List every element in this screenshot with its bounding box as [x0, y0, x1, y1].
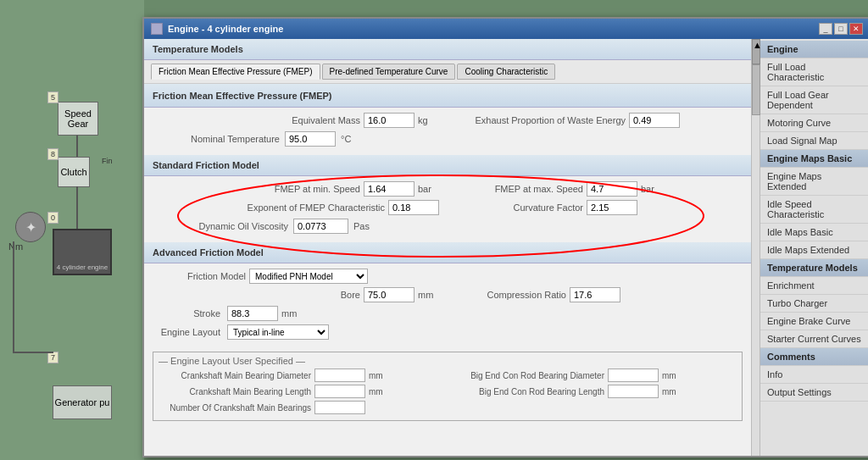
exhaust-input[interactable] [629, 113, 680, 128]
sidebar-engine-header: Engine [760, 41, 868, 58]
sidebar-output-settings[interactable]: Output Settings [760, 384, 868, 402]
line-1 [76, 136, 78, 157]
exhaust-label: Exhaust Proportion of Waste Energy [456, 115, 626, 125]
bore-unit: mm [418, 290, 439, 300]
stroke-row: Stroke mm [153, 306, 743, 321]
title-bar: Engine - 4 cylinder engine _ □ ✕ [144, 19, 868, 39]
sidebar-load-signal[interactable]: Load Signal Map [760, 132, 868, 150]
dynamic-oil-input[interactable] [293, 219, 348, 234]
exponent-input[interactable] [388, 200, 439, 215]
curvature-right: Curvature Factor [439, 200, 743, 215]
scroll-thumb-top[interactable]: ▲ [752, 39, 760, 64]
compression-label: Compression Ratio [456, 290, 566, 300]
exponent-row: Exponent of FMEP Characteristic Curvatur… [153, 200, 743, 215]
sidebar-idle-maps-basic[interactable]: Idle Maps Basic [760, 224, 868, 241]
friction-model-select[interactable]: Modified PNH Model [249, 269, 368, 284]
num-5: 5 [47, 91, 58, 103]
big-end-len-unit: mm [662, 387, 679, 396]
big-end-len-input[interactable] [608, 385, 659, 398]
curvature-input[interactable] [587, 200, 637, 215]
temperature-models-header: Temperature Models [144, 39, 751, 60]
crank-diam-label: Crankshaft Main Bearing Diameter [159, 371, 311, 380]
stroke-unit: mm [281, 308, 303, 319]
nominal-temp-unit: °C [341, 134, 362, 144]
crank-diam-unit: mm [369, 371, 386, 380]
bearing-rows: Crankshaft Main Bearing Diameter mm Cran… [159, 369, 737, 417]
adv-friction-header: Advanced Friction Model [144, 242, 751, 263]
num-crank-row: Number Of Crankshaft Main Bearings [159, 401, 443, 414]
content-area: Temperature Models Friction Mean Effecti… [144, 39, 868, 456]
fmep-min-input[interactable] [364, 181, 415, 197]
big-end-diam-label: Big End Con Rod Bearing Diameter [452, 371, 604, 380]
equiv-mass-unit: kg [418, 115, 439, 125]
bearing-right: Big End Con Rod Bearing Diameter mm Big … [452, 369, 737, 417]
title-bar-left: Engine - 4 cylinder engine [151, 23, 283, 35]
sidebar-idle-maps-ext[interactable]: Idle Maps Extended [760, 241, 868, 259]
scrollbar[interactable]: ▲ [751, 39, 760, 456]
close-button[interactable]: ✕ [849, 23, 863, 35]
fmep-params-section: Equivalent Mass kg Exhaust Proportion of… [144, 108, 751, 155]
canvas-area: Speed Gear Clutch Nm ✦ 4 cylinder engine… [0, 0, 144, 460]
sidebar-temp-models-header: Temperature Models [760, 259, 868, 277]
sidebar-idle-speed[interactable]: Idle Speed Characteristic [760, 196, 868, 224]
engine-layout-row: Engine Layout Typical in-line [153, 324, 743, 340]
fmep-max-input[interactable] [587, 181, 637, 197]
crank-diam-input[interactable] [314, 369, 365, 382]
engine-block: 4 cylinder engine [53, 229, 112, 275]
title-bar-buttons[interactable]: _ □ ✕ [819, 23, 863, 35]
sidebar-full-load[interactable]: Full Load Characteristic [760, 58, 868, 86]
sidebar-info[interactable]: Info [760, 366, 868, 384]
engine-layout-label: Engine Layout [153, 327, 220, 337]
sidebar-maps-extended[interactable]: Engine Maps Extended [760, 168, 868, 196]
equiv-mass-left: Equivalent Mass kg [153, 113, 439, 128]
crank-len-input[interactable] [314, 385, 365, 398]
tab-fmep[interactable]: Friction Mean Effective Pressure (FMEP) [151, 64, 320, 80]
exponent-label: Exponent of FMEP Characteristic [248, 202, 385, 213]
bore-label: Bore [292, 290, 360, 300]
big-end-diam-input[interactable] [608, 369, 659, 382]
stroke-input[interactable] [227, 306, 278, 321]
main-panel[interactable]: Temperature Models Friction Mean Effecti… [144, 39, 751, 456]
bore-row: Bore mm Compression Ratio [153, 287, 743, 302]
speed-gear-block: Speed Gear [58, 102, 98, 136]
crank-len-row: Crankshaft Main Bearing Length mm [159, 385, 443, 398]
tab-cooling[interactable]: Cooling Characteristic [457, 64, 555, 80]
sidebar-enrichment[interactable]: Enrichment [760, 277, 868, 295]
bearing-section: — Engine Layout User Specified — Cranksh… [153, 352, 743, 421]
maximize-button[interactable]: □ [834, 23, 848, 35]
sidebar-engine-brake[interactable]: Engine Brake Curve [760, 313, 868, 330]
generator-block: Generator pu [53, 385, 112, 419]
crank-len-unit: mm [369, 387, 386, 396]
tab-predefined[interactable]: Pre-defined Temperature Curve [322, 64, 456, 80]
fmep-min-label: FMEP at min. Speed [233, 184, 360, 194]
big-end-diam-row: Big End Con Rod Bearing Diameter mm [452, 369, 737, 382]
dynamic-oil-unit: Pas [353, 221, 375, 231]
fmep-min-row: FMEP at min. Speed bar FMEP at max. Spee… [153, 181, 743, 197]
friction-model-row: Friction Model Modified PNH Model [153, 269, 743, 284]
compression-input[interactable] [570, 287, 620, 302]
equiv-mass-input[interactable] [364, 113, 415, 128]
window-icon [151, 23, 163, 35]
sidebar-comments-header: Comments [760, 348, 868, 366]
minimize-button[interactable]: _ [819, 23, 832, 35]
sidebar-motoring-curve[interactable]: Motoring Curve [760, 114, 868, 132]
right-sidebar: Engine Full Load Characteristic Full Loa… [760, 39, 868, 456]
bore-input[interactable] [364, 287, 415, 302]
sidebar-starter-current[interactable]: Starter Current Curves [760, 330, 868, 348]
friction-model-label: Friction Model [153, 271, 246, 281]
clutch-block: Clutch [58, 157, 90, 187]
line-3 [13, 241, 14, 352]
num-crank-label: Number Of Crankshaft Main Bearings [159, 403, 311, 413]
num-crank-input[interactable] [314, 401, 365, 414]
bore-left: Bore mm [153, 287, 439, 302]
sidebar-full-load-gear[interactable]: Full Load Gear Dependent [760, 86, 868, 114]
sidebar-turbo-charger[interactable]: Turbo Charger [760, 295, 868, 313]
bearing-title: — Engine Layout User Specified — [159, 356, 737, 366]
crank-len-label: Crankshaft Main Bearing Length [159, 387, 311, 396]
line-2 [76, 186, 78, 229]
fmep-max-right: FMEP at max. Speed bar [439, 181, 743, 197]
engine-layout-select[interactable]: Typical in-line [227, 324, 329, 340]
scroll-thumb[interactable] [752, 64, 760, 115]
nominal-temp-input[interactable] [285, 131, 336, 147]
equiv-mass-label: Equivalent Mass [259, 115, 360, 125]
